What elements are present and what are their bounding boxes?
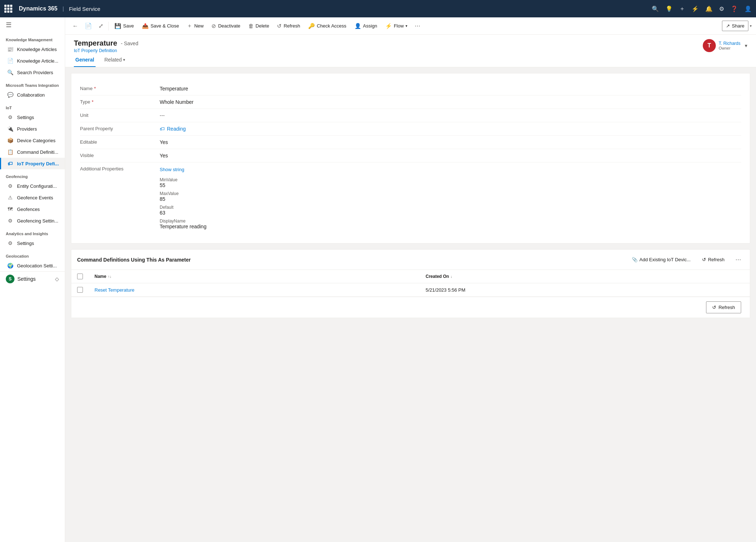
- share-button[interactable]: ↗ Share: [722, 21, 748, 31]
- save-button[interactable]: 💾 Save: [111, 21, 138, 31]
- cmd-refresh-label: Refresh: [708, 257, 724, 262]
- required-indicator: *: [94, 86, 96, 91]
- field-unit: Unit ---: [80, 109, 741, 122]
- more-button[interactable]: ⋯: [412, 20, 423, 31]
- assign-button[interactable]: 👤 Assign: [351, 21, 381, 31]
- sidebar-item-geofencing-settings[interactable]: ⚙ Geofencing Settin...: [0, 215, 65, 226]
- owner-chevron-icon[interactable]: ▾: [745, 43, 747, 48]
- parent-property-link[interactable]: Reading: [167, 126, 186, 132]
- sidebar-item-iot-property-def[interactable]: 🏷 IoT Property Defi...: [0, 158, 65, 169]
- parent-property-icon: 🏷: [160, 126, 165, 132]
- flow-icon: ⚡: [385, 23, 392, 29]
- sidebar-item-command-definitions[interactable]: 📋 Command Definiti...: [0, 146, 65, 158]
- show-string-button[interactable]: Show string: [160, 166, 184, 173]
- sub-field-displayname-value: Temperature reading: [160, 224, 741, 229]
- back-button[interactable]: ←: [70, 21, 81, 31]
- sub-field-maxvalue-label: MaxValue: [160, 191, 741, 196]
- page-title: Temperature - Saved: [74, 39, 138, 47]
- share-chevron-icon[interactable]: ▾: [750, 24, 752, 28]
- sidebar-item-label: Collaboration: [17, 92, 45, 98]
- col-header-name[interactable]: Name ↑↓: [89, 270, 420, 283]
- check-access-label: Check Access: [317, 23, 346, 29]
- help-icon[interactable]: ❓: [731, 5, 738, 12]
- assign-label: Assign: [363, 23, 377, 29]
- sidebar-item-geolocation-settings[interactable]: 🌍 Geolocation Setti...: [0, 260, 65, 271]
- row-name-link[interactable]: Reset Temperature: [94, 287, 134, 293]
- deactivate-button[interactable]: ⊘ Deactivate: [208, 21, 244, 31]
- owner-label: Owner: [719, 46, 740, 50]
- sidebar-item-iot-settings[interactable]: ⚙ Settings: [0, 111, 65, 123]
- owner-name[interactable]: T. Richards: [719, 41, 740, 46]
- save-close-icon: 📤: [142, 23, 149, 29]
- field-type-value: Whole Number: [160, 99, 741, 105]
- sidebar-item-label: Entity Configurati...: [17, 183, 57, 189]
- cmd-more-button[interactable]: ⋯: [732, 254, 744, 265]
- cmd-refresh-button[interactable]: ↺ Refresh: [698, 255, 728, 264]
- sidebar-item-collaboration[interactable]: 💬 Collaboration: [0, 89, 65, 101]
- new-icon: ＋: [187, 22, 192, 29]
- sidebar: ☰ Knowledge Management 📰 Knowledge Artic…: [0, 17, 65, 542]
- owner-avatar: T: [703, 39, 716, 52]
- new-button[interactable]: ＋ New: [183, 20, 207, 31]
- field-parent-property-value[interactable]: 🏷 Reading: [160, 126, 741, 132]
- col-name-label: Name: [94, 274, 106, 279]
- tab-related[interactable]: Related ▾: [103, 53, 127, 67]
- sidebar-item-geofence-events[interactable]: ⚠ Geofence Events: [0, 192, 65, 203]
- related-chevron-icon: ▾: [123, 58, 125, 62]
- sidebar-item-label: Device Categories: [17, 138, 55, 143]
- delete-button[interactable]: 🗑 Delete: [245, 21, 273, 31]
- bottom-refresh-button[interactable]: ↺ Refresh: [706, 301, 741, 313]
- page-header: Temperature - Saved IoT Property Definit…: [65, 35, 756, 53]
- save-close-button[interactable]: 📤 Save & Close: [138, 21, 183, 31]
- required-indicator-type: *: [92, 99, 93, 105]
- analytics-settings-icon: ⚙: [7, 240, 13, 246]
- flow-chevron-icon: ▾: [406, 24, 407, 28]
- bottom-bar: ↺ Refresh: [71, 297, 750, 318]
- geofences-icon: 🗺: [7, 206, 13, 212]
- sidebar-bottom-settings[interactable]: S Settings ◇: [0, 271, 65, 286]
- check-access-button[interactable]: 🔑 Check Access: [304, 21, 350, 31]
- sidebar-item-knowledge-articles[interactable]: 📰 Knowledge Articles: [0, 43, 65, 55]
- waffle-menu[interactable]: [4, 5, 12, 13]
- col-header-created-on[interactable]: Created On ↓: [420, 270, 750, 283]
- select-all-checkbox[interactable]: [77, 274, 83, 279]
- record-title: Temperature: [74, 39, 117, 47]
- page-title-area: Temperature - Saved IoT Property Definit…: [74, 39, 138, 53]
- sidebar-bottom-label: Settings: [17, 276, 36, 282]
- field-unit-value: ---: [160, 113, 741, 118]
- sidebar-item-label: Settings: [17, 241, 34, 246]
- sidebar-item-knowledge-article2[interactable]: 📄 Knowledge Article...: [0, 55, 65, 67]
- share-icon-button[interactable]: ⤢: [96, 20, 106, 31]
- geofencing-settings-icon: ⚙: [7, 218, 13, 224]
- sidebar-item-label: Knowledge Articles: [17, 47, 57, 52]
- sidebar-hamburger[interactable]: ☰: [0, 17, 65, 33]
- user-icon[interactable]: 👤: [744, 5, 752, 12]
- tab-general[interactable]: General: [74, 53, 96, 67]
- row-checkbox[interactable]: [77, 287, 83, 293]
- settings-icon[interactable]: ⚙: [719, 5, 724, 12]
- notification-icon[interactable]: 🔔: [705, 5, 713, 12]
- sidebar-section-geofencing: Geofencing: [0, 169, 65, 180]
- refresh-button[interactable]: ↺ Refresh: [273, 21, 304, 31]
- save-label: Save: [123, 23, 134, 29]
- record-icon-button[interactable]: 📄: [82, 20, 95, 31]
- add-icon[interactable]: ＋: [679, 5, 685, 13]
- search-icon[interactable]: 🔍: [652, 5, 659, 12]
- command-definitions-section: Command Definitions Using This As Parame…: [71, 249, 750, 318]
- sidebar-item-search-providers[interactable]: 🔍 Search Providers: [0, 67, 65, 78]
- additional-props-inner: Show string MinValue 55 MaxValue 85: [160, 166, 741, 231]
- sidebar-item-providers[interactable]: 🔌 Providers: [0, 123, 65, 135]
- add-existing-icon: 📎: [632, 257, 638, 262]
- sidebar-item-entity-config[interactable]: ⚙ Entity Configurati...: [0, 180, 65, 192]
- sidebar-item-analytics-settings[interactable]: ⚙ Settings: [0, 237, 65, 249]
- flow-button[interactable]: ⚡ Flow ▾: [382, 21, 411, 31]
- sidebar-section-geolocation: Geolocation: [0, 249, 65, 260]
- assign-icon: 👤: [354, 23, 361, 29]
- sidebar-item-label: Geofence Events: [17, 195, 53, 200]
- sidebar-item-geofences[interactable]: 🗺 Geofences: [0, 203, 65, 215]
- sidebar-item-device-categories[interactable]: 📦 Device Categories: [0, 135, 65, 146]
- knowledge-article2-icon: 📄: [7, 58, 13, 64]
- filter-icon[interactable]: ⚡: [692, 5, 699, 12]
- lightbulb-icon[interactable]: 💡: [665, 5, 673, 12]
- add-existing-button[interactable]: 📎 Add Existing IoT Devic...: [628, 255, 694, 264]
